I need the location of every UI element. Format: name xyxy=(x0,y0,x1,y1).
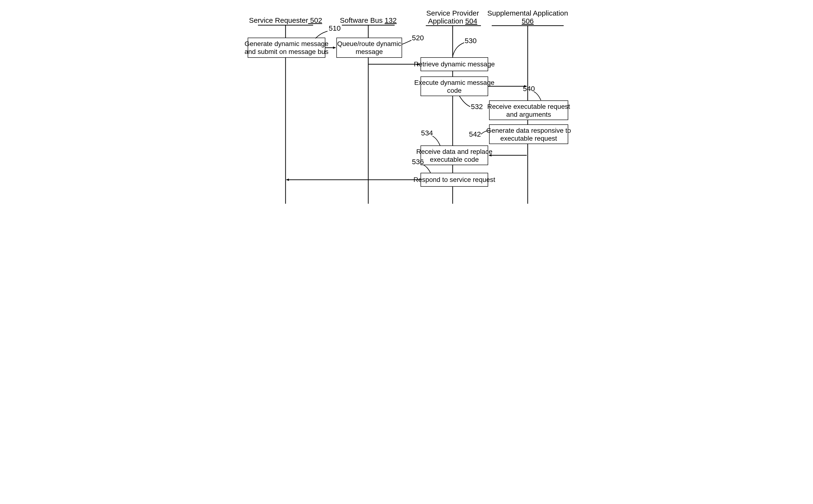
lane-title-num: 132 xyxy=(384,16,396,24)
leader-520 xyxy=(402,40,412,44)
sequence-diagram: Service Requester 502 Software Bus 132 S… xyxy=(234,0,579,214)
lane-title-text: Service Requester xyxy=(249,16,308,24)
box-text-line: and arguments xyxy=(506,111,551,118)
leader-532 xyxy=(460,96,470,107)
ref-num: 542 xyxy=(469,130,481,138)
lane-title-line1: Supplemental Application xyxy=(487,9,568,17)
box-retrieve-dynamic-message: Retrieve dynamic message xyxy=(414,58,495,71)
leader-530 xyxy=(453,43,464,56)
lane-title-text: Software Bus xyxy=(340,16,384,24)
box-generate-data-responsive: Generate data responsive to executable r… xyxy=(486,125,571,144)
box-queue-route: Queue/route dynamic message xyxy=(336,38,402,58)
box-generate-dynamic-message: Generate dynamic message and submit on m… xyxy=(244,38,328,58)
ref-num: 540 xyxy=(523,85,535,93)
ref-num: 510 xyxy=(329,24,341,32)
lane-title-num: 502 xyxy=(308,16,322,24)
box-text-line: message xyxy=(355,48,383,55)
svg-text:Software Bus 132: Software Bus 132 xyxy=(340,16,396,24)
ref-num: 530 xyxy=(465,37,477,45)
svg-text:506: 506 xyxy=(522,17,534,25)
svg-text:Service Requester 502: Service Requester 502 xyxy=(249,16,322,24)
leader-540 xyxy=(534,92,541,100)
ref-num: 534 xyxy=(421,129,433,137)
lane-title-num: 504 xyxy=(465,17,477,25)
box-text-line: Queue/route dynamic xyxy=(337,40,401,47)
box-respond-service-request: Respond to service request xyxy=(413,173,495,186)
svg-text:Application 504: Application 504 xyxy=(428,17,477,25)
box-text-line: Receive data and replace xyxy=(416,148,493,155)
box-text-line: executable request xyxy=(500,135,557,142)
lane-title-line1: Service Provider xyxy=(426,9,479,17)
box-text-line: Respond to service request xyxy=(413,176,495,183)
leader-534 xyxy=(433,136,440,146)
box-text-line: Execute dynamic message xyxy=(414,79,494,86)
leader-536 xyxy=(424,165,431,173)
lane-title-num: 506 xyxy=(522,17,534,25)
box-receive-executable-request: Receive executable request and arguments xyxy=(487,101,570,120)
box-receive-data-replace: Receive data and replace executable code xyxy=(416,146,493,165)
leader-510 xyxy=(315,31,327,38)
box-text-line: Generate data responsive to xyxy=(486,127,571,134)
box-text-line: Receive executable request xyxy=(487,103,570,110)
box-text-line: Generate dynamic message xyxy=(244,40,328,47)
box-text-line: Retrieve dynamic message xyxy=(414,60,495,68)
box-text-line: executable code xyxy=(430,156,479,163)
box-text-line: code xyxy=(447,87,462,94)
box-text-line: and submit on message bus xyxy=(244,48,328,55)
box-execute-dynamic-message-code: Execute dynamic message code xyxy=(414,77,494,96)
ref-num: 536 xyxy=(412,158,424,166)
ref-num: 532 xyxy=(471,103,483,110)
ref-num: 520 xyxy=(412,34,424,42)
lane-title-text: Application xyxy=(428,17,465,25)
